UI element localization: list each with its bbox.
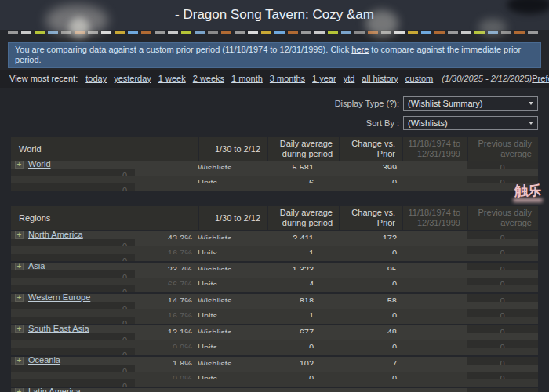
range-link-custom[interactable]: custom: [405, 74, 433, 83]
pct-cell: [135, 161, 198, 169]
pct-cell: 1: [135, 388, 198, 392]
value-prev-daily: 0: [11, 365, 135, 372]
regions-table: Regions 1/30 to 2/12 Daily average durin…: [11, 206, 538, 392]
table-row: North America 43.2% Wishlists 2,411 172 …: [11, 231, 538, 246]
value-prior: 0: [467, 278, 538, 285]
value-prev-daily: 0: [11, 239, 135, 247]
expand-icon[interactable]: [15, 231, 24, 239]
range-link-1year[interactable]: 1 year: [312, 74, 336, 83]
col-header-prior-period: 11/18/1974 to 12/31/1999: [402, 206, 467, 230]
table-row: Latin America 1 Wishlists 79 6 0 0: [11, 388, 538, 392]
value-daily-avg: 58: [339, 294, 402, 302]
row-name-cell: [11, 278, 135, 285]
display-type-label: Display Type (?):: [335, 99, 399, 108]
metric-label: Wishlists: [198, 263, 267, 270]
expand-icon[interactable]: [15, 263, 24, 270]
col-header-daily-avg: Daily average during period: [267, 137, 339, 161]
range-link-yesterday[interactable]: yesterday: [114, 74, 151, 83]
region-link[interactable]: Oceania: [28, 357, 60, 365]
expand-icon[interactable]: [15, 388, 24, 392]
comparison-notice: You are comparing data against a custom …: [8, 42, 541, 68]
value-change: [402, 340, 467, 348]
value-change: [402, 278, 467, 285]
value-daily-avg: 399: [339, 161, 402, 169]
range-link-ytd[interactable]: ytd: [344, 74, 355, 83]
pct-cell: 16.7%: [135, 246, 198, 254]
table-row: World Wishlists 5,581 399 0 0: [11, 161, 538, 176]
value-prev-daily: 0: [11, 183, 135, 191]
pct-cell: 16.7%: [135, 309, 198, 317]
table-row: 16.7% Units 1 0 0 0: [11, 309, 538, 324]
col-header-daily-avg: Daily average during period: [267, 206, 339, 230]
value-prev-daily: 0: [11, 348, 135, 356]
preferences-link[interactable]: Preferences: [532, 74, 549, 83]
value-daily-avg: 0: [339, 246, 402, 254]
value-period: 1,323: [267, 263, 339, 270]
world-link[interactable]: World: [28, 161, 51, 169]
expand-icon[interactable]: [15, 325, 24, 333]
metric-label: Units: [198, 372, 267, 379]
value-change: [402, 372, 467, 379]
table-row: Units 6 0 0 0: [11, 176, 538, 191]
display-type-select[interactable]: (Wishlist Summary): [403, 96, 538, 111]
metric-label: Wishlists: [198, 161, 267, 169]
value-change: [402, 357, 467, 365]
value-change: [402, 161, 467, 169]
range-link-1week[interactable]: 1 week: [158, 74, 186, 83]
pct-cell: 66.7%: [135, 278, 198, 285]
region-link[interactable]: Asia: [28, 263, 45, 270]
value-daily-avg: 0: [339, 278, 402, 285]
row-name-cell: Oceania: [11, 357, 135, 365]
range-link-3months[interactable]: 3 months: [270, 74, 305, 83]
col-header-period: 1/30 to 2/12: [198, 206, 267, 230]
chevron-down-icon: [529, 102, 533, 105]
page-title: - Dragon Song Tavern: Cozy &am: [0, 0, 549, 23]
row-name-cell: [11, 176, 135, 183]
value-prev-daily: 0: [11, 317, 135, 325]
region-group-north-america: North America 43.2% Wishlists 2,411 172 …: [11, 231, 538, 261]
chevron-down-icon: [529, 122, 533, 125]
table-row: South East Asia 12.1% Wishlists 677 48 0…: [11, 325, 538, 340]
row-name-cell: South East Asia: [11, 325, 135, 333]
sort-by-value: (Wishlists): [408, 118, 448, 128]
col-header-change: Change vs. Prior: [339, 206, 402, 230]
value-prior: 0: [467, 246, 538, 254]
value-prev-daily: 0: [11, 169, 135, 176]
region-link[interactable]: Western Europe: [28, 294, 90, 302]
value-prev-daily: 0: [11, 254, 135, 262]
region-link[interactable]: Latin America: [28, 388, 81, 392]
region-link[interactable]: North America: [28, 231, 83, 239]
row-name-cell: [11, 309, 135, 317]
regions-table-title: Regions: [11, 206, 198, 230]
expand-icon[interactable]: [15, 357, 24, 365]
region-link[interactable]: South East Asia: [28, 325, 89, 333]
row-name-cell: World: [11, 161, 135, 169]
pct-cell: 12.1%: [135, 325, 198, 333]
range-link-1month[interactable]: 1 month: [231, 74, 263, 83]
value-period: 0: [267, 372, 339, 379]
value-prev-daily: 0: [11, 285, 135, 293]
value-daily-avg: 0: [339, 340, 402, 348]
value-prev-daily: 0: [11, 333, 135, 341]
range-link-allhistory[interactable]: all history: [362, 74, 398, 83]
region-group-latin-america: Latin America 1 Wishlists 79 6 0 0 0.0% …: [11, 388, 538, 392]
table-row: 66.7% Units 4 0 0 0: [11, 278, 538, 292]
sort-by-select[interactable]: (Wishlists): [403, 116, 538, 130]
value-period: 2,411: [267, 231, 339, 239]
pct-cell: 0.0%: [135, 372, 198, 379]
expand-icon[interactable]: [15, 161, 24, 169]
value-daily-avg: 95: [339, 263, 402, 270]
view-most-recent-label: View most recent:: [9, 74, 78, 83]
range-link-today[interactable]: today: [85, 74, 107, 83]
expand-icon[interactable]: [15, 294, 24, 302]
metric-label: Wishlists: [198, 231, 267, 239]
col-header-prior-period: 11/18/1974 to 12/31/1999: [402, 137, 467, 161]
value-daily-avg: 0: [339, 309, 402, 317]
value-change: [402, 246, 467, 254]
range-link-2weeks[interactable]: 2 weeks: [193, 74, 224, 83]
date-range-bar: View most recent: today yesterday 1 week…: [0, 70, 549, 88]
compare-here-link[interactable]: here: [351, 45, 369, 54]
table-row: Oceania 1.8% Wishlists 102 7 0 0: [11, 357, 538, 372]
value-change: [402, 294, 467, 302]
value-daily-avg: 48: [339, 325, 402, 333]
